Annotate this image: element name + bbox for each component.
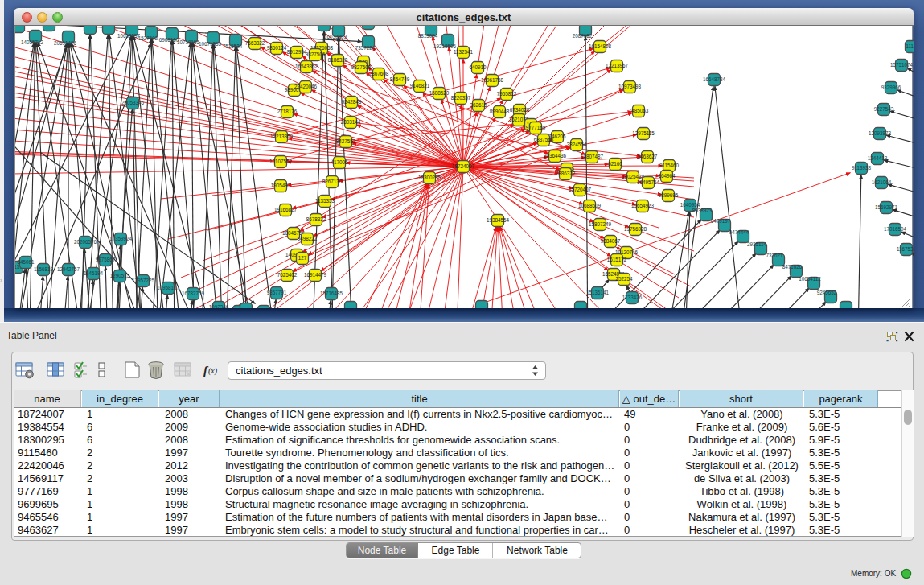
svg-text:10654112: 10654112: [799, 276, 821, 282]
svg-text:15751074: 15751074: [890, 62, 914, 68]
svg-text:1156819: 1156819: [34, 266, 54, 272]
svg-text:2867608: 2867608: [369, 71, 389, 76]
svg-text:9245652: 9245652: [817, 290, 837, 295]
svg-text:8427552: 8427552: [336, 138, 356, 144]
svg-text:12942757: 12942757: [57, 266, 80, 272]
svg-text:10807487: 10807487: [581, 154, 604, 159]
svg-text:15692971: 15692971: [875, 204, 898, 210]
svg-text:2718176: 2718176: [277, 109, 298, 114]
svg-text:1167534: 1167534: [897, 246, 914, 252]
svg-text:(x): (x): [208, 366, 218, 376]
svg-text:127: 127: [298, 255, 307, 261]
svg-text:19384554: 19384554: [487, 217, 510, 223]
svg-text:732621: 732621: [766, 253, 783, 258]
svg-text:20206576: 20206576: [74, 239, 97, 245]
svg-text:10653257: 10653257: [117, 33, 141, 39]
svg-text:8220357: 8220357: [451, 95, 471, 101]
svg-text:19218506: 19218506: [433, 43, 457, 49]
svg-text:19166827: 19166827: [274, 207, 298, 212]
svg-text:16033809: 16033809: [324, 34, 347, 39]
svg-text:16543362: 16543362: [295, 64, 318, 69]
svg-text:1290515: 1290515: [110, 273, 130, 278]
svg-text:9327506: 9327506: [306, 51, 326, 57]
svg-text:9857791: 9857791: [267, 290, 287, 295]
svg-text:15720407: 15720407: [569, 187, 592, 192]
svg-text:6479197: 6479197: [711, 218, 731, 224]
svg-text:164964: 164964: [658, 173, 676, 179]
svg-text:9975867: 9975867: [96, 257, 116, 262]
svg-text:8186328: 8186328: [328, 57, 348, 63]
svg-text:9329966: 9329966: [881, 84, 901, 90]
svg-text:9474444: 9474444: [729, 229, 749, 235]
svg-text:640910: 640910: [469, 64, 487, 70]
svg-text:10961758: 10961758: [481, 77, 504, 83]
svg-text:9860124: 9860124: [267, 45, 287, 51]
svg-text:10671355: 10671355: [199, 41, 222, 47]
svg-text:1615172: 1615172: [607, 257, 627, 262]
svg-text:1621064: 1621064: [872, 179, 892, 185]
svg-text:2935114: 2935114: [747, 241, 767, 247]
svg-text:9242848: 9242848: [342, 99, 362, 105]
svg-text:17957225: 17957225: [132, 278, 155, 283]
svg-text:7955812: 7955812: [497, 91, 517, 97]
svg-text:9115460: 9115460: [659, 163, 680, 168]
svg-text:12975115: 12975115: [632, 130, 655, 136]
svg-text:10719155: 10719155: [177, 39, 200, 45]
svg-text:17359924: 17359924: [109, 236, 133, 241]
svg-text:16782759: 16782759: [182, 290, 205, 296]
svg-text:8813054: 8813054: [418, 33, 438, 39]
svg-text:10107552: 10107552: [269, 159, 293, 164]
svg-text:9884067: 9884067: [601, 238, 621, 244]
svg-text:20691406: 20691406: [54, 40, 77, 46]
svg-text:1905493: 1905493: [271, 183, 291, 188]
svg-text:8267130: 8267130: [322, 179, 343, 184]
svg-text:19654923: 19654923: [631, 203, 655, 208]
svg-text:10688609: 10688609: [578, 203, 602, 208]
svg-text:8990448: 8990448: [490, 109, 510, 114]
svg-text:17016504: 17016504: [884, 226, 907, 232]
svg-text:62160: 62160: [608, 161, 622, 167]
svg-text:1092346: 1092346: [209, 304, 229, 308]
svg-text:9498222: 9498222: [298, 236, 318, 241]
svg-text:15807249: 15807249: [589, 221, 612, 227]
svg-text:1527602: 1527602: [138, 35, 158, 41]
svg-text:252254: 252254: [615, 276, 633, 282]
svg-text:845061: 845061: [17, 259, 35, 265]
svg-text:15716485: 15716485: [320, 290, 343, 296]
svg-text:9463627: 9463627: [638, 154, 658, 159]
svg-text:7886372: 7886372: [556, 171, 576, 176]
svg-text:20053346: 20053346: [121, 100, 145, 105]
svg-text:8912954: 8912954: [287, 49, 307, 55]
svg-text:20364436: 20364436: [544, 153, 567, 159]
svg-text:7625402: 7625402: [277, 272, 298, 278]
svg-text:16914479: 16914479: [304, 272, 327, 278]
svg-text:9899695: 9899695: [659, 192, 679, 198]
svg-text:9227543: 9227543: [874, 106, 894, 112]
svg-text:16154808: 16154808: [589, 43, 612, 49]
svg-text:15136141: 15136141: [586, 290, 610, 295]
svg-text:19756928: 19756928: [624, 226, 647, 232]
svg-text:9777169: 9777169: [526, 125, 546, 130]
svg-text:12213967: 12213967: [606, 63, 629, 68]
svg-text:10025438: 10025438: [622, 174, 645, 179]
svg-text:7515524: 7515524: [223, 43, 243, 49]
svg-text:18724007: 18724007: [452, 163, 475, 169]
svg-text:10958107: 10958107: [157, 285, 180, 290]
svg-text:1112: 1112: [906, 43, 914, 49]
svg-text:362615: 362615: [470, 102, 487, 108]
svg-text:9113933: 9113933: [852, 165, 872, 171]
svg-text:1733426: 1733426: [622, 295, 643, 300]
svg-text:8938923: 8938923: [692, 208, 713, 213]
svg-text:22420046: 22420046: [294, 84, 318, 89]
svg-text:3824554: 3824554: [567, 142, 587, 147]
svg-text:9327508: 9327508: [351, 64, 372, 70]
svg-text:9146821: 9146821: [410, 83, 430, 89]
svg-text:1135353: 1135353: [315, 198, 335, 204]
svg-text:14055712: 14055712: [21, 39, 44, 45]
svg-text:16495754: 16495754: [637, 179, 660, 185]
svg-text:2803144: 2803144: [341, 119, 361, 125]
svg-text:7485063: 7485063: [629, 108, 649, 113]
svg-text:6837568: 6837568: [534, 137, 554, 142]
svg-text:8454749: 8454749: [390, 76, 410, 82]
svg-text:7357224: 7357224: [355, 45, 376, 51]
